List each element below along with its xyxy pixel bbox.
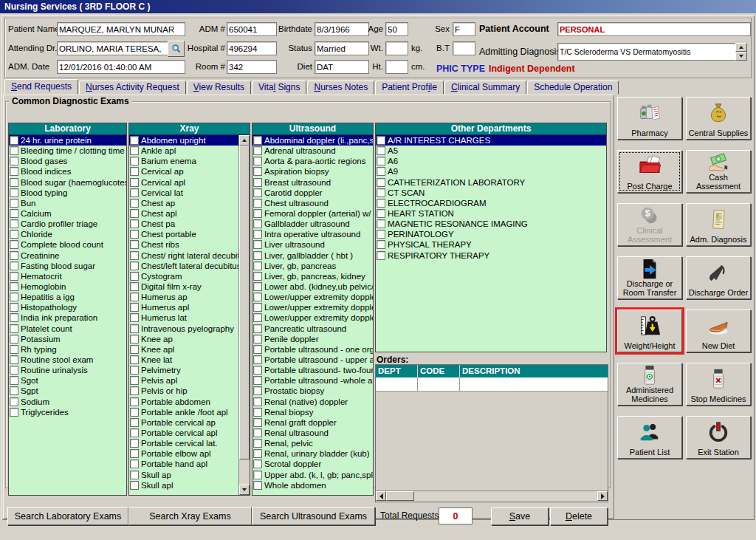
list-item[interactable]: Intravenous pyelography xyxy=(129,324,239,334)
checkbox[interactable] xyxy=(130,303,139,312)
list-item[interactable]: Penile doppler xyxy=(252,334,373,344)
checkbox[interactable] xyxy=(10,272,18,281)
list-item[interactable]: Histopathology xyxy=(9,302,126,312)
discharge-or-room-transfer-button[interactable]: Discharge or Room Transfer xyxy=(617,256,682,299)
checkbox[interactable] xyxy=(130,293,139,301)
list-item[interactable]: CT SCAN xyxy=(376,188,606,198)
checkbox[interactable] xyxy=(130,459,139,468)
list-item[interactable]: Aorta & para-aortic regions xyxy=(252,156,373,166)
spinner-up-icon[interactable] xyxy=(735,43,747,52)
tab-clinical-summary[interactable]: Clinical Summary xyxy=(444,81,526,95)
checkbox[interactable] xyxy=(130,408,139,417)
checkbox[interactable] xyxy=(130,481,139,490)
checkbox[interactable] xyxy=(10,157,18,165)
checkbox[interactable] xyxy=(253,188,262,197)
checkbox[interactable] xyxy=(377,219,385,228)
tab-send-requests[interactable]: Send Requests xyxy=(4,79,78,95)
xray-scrollbar[interactable] xyxy=(238,135,250,495)
list-item[interactable]: Barium enema xyxy=(129,156,239,166)
list-item[interactable]: Fasting blood sugar xyxy=(9,261,126,271)
checkbox[interactable] xyxy=(253,335,262,344)
checkbox[interactable] xyxy=(10,146,18,155)
scroll-down-icon[interactable] xyxy=(239,485,250,495)
checkbox[interactable] xyxy=(10,355,18,364)
checkbox[interactable] xyxy=(253,355,262,364)
list-item[interactable]: Lower/upper extremity doppler xyxy=(252,312,373,323)
list-item[interactable]: Knee lat xyxy=(129,355,239,365)
list-item[interactable]: Cardio profiler triage xyxy=(9,219,126,229)
list-item[interactable]: Cystogram xyxy=(129,271,239,281)
checkbox[interactable] xyxy=(130,188,139,197)
checkbox[interactable] xyxy=(130,449,139,458)
checkbox[interactable] xyxy=(130,251,139,260)
checkbox[interactable] xyxy=(130,219,139,228)
checkbox[interactable] xyxy=(377,230,385,239)
scroll-thumb[interactable] xyxy=(239,146,250,459)
tab-nurses-notes[interactable]: Nurses Notes xyxy=(307,81,374,95)
checkbox[interactable] xyxy=(130,230,139,239)
status-field[interactable] xyxy=(315,41,369,55)
checkbox[interactable] xyxy=(130,272,139,281)
list-item[interactable]: RESPIRATORY THERAPY xyxy=(376,250,606,261)
checkbox[interactable] xyxy=(10,313,18,322)
tab-patient-profile[interactable]: Patient Profile xyxy=(375,81,444,95)
list-item[interactable]: Renal biopsy xyxy=(252,407,373,417)
bt-field[interactable] xyxy=(453,41,475,55)
list-item[interactable]: Skull apl xyxy=(129,480,239,491)
list-item[interactable]: Liver, gallbladder ( hbt ) xyxy=(252,250,373,261)
checkbox[interactable] xyxy=(253,240,262,249)
checkbox[interactable] xyxy=(10,303,18,312)
list-item[interactable]: Renal, pelvic xyxy=(252,438,373,448)
list-item[interactable]: Chest apl xyxy=(129,208,239,219)
checkbox[interactable] xyxy=(253,397,262,406)
list-item[interactable]: Cervical lat xyxy=(129,188,239,198)
list-item[interactable]: Knee ap xyxy=(129,334,239,344)
list-item[interactable]: Portable ultrasound -whole abd xyxy=(252,375,373,386)
checkbox[interactable] xyxy=(253,272,262,281)
save-button[interactable]: Save xyxy=(491,507,549,525)
list-item[interactable]: Pelvis apl xyxy=(129,375,239,386)
checkbox[interactable] xyxy=(377,157,385,165)
checkbox[interactable] xyxy=(253,251,262,260)
list-item[interactable]: Digital film x-ray xyxy=(129,281,239,292)
list-item[interactable]: Renal, urinary bladder (kub) xyxy=(252,448,373,459)
list-item[interactable]: Hemoglobin xyxy=(9,281,126,292)
list-item[interactable]: India ink preparation xyxy=(9,312,126,323)
list-item[interactable]: Chest ultrasound xyxy=(252,198,373,208)
tab-vital-signs[interactable]: Vital Signs xyxy=(252,81,307,95)
checkbox[interactable] xyxy=(253,481,262,490)
checkbox[interactable] xyxy=(253,282,262,291)
tab-schedule-operation[interactable]: Schedule Operation xyxy=(527,81,619,95)
admitting-diagnosis-field[interactable]: T/C Scleroderma VS Dermatomyositis xyxy=(557,43,736,61)
attending-dr-field[interactable] xyxy=(57,41,169,55)
list-item[interactable]: Platelet count xyxy=(9,324,126,334)
list-item[interactable]: Renal ultrasound xyxy=(252,428,373,438)
scroll-left-icon[interactable] xyxy=(376,491,386,501)
ultrasound-list-body[interactable]: Abdominal doppler (li.,panc,spl)Adrenal … xyxy=(252,135,373,495)
list-item[interactable]: Portable ultrasound - one organ xyxy=(252,344,373,355)
stop-medicines-button[interactable]: Stop Medicines xyxy=(686,363,751,406)
list-item[interactable]: Carotid doppler xyxy=(252,188,373,198)
checkbox[interactable] xyxy=(253,386,262,395)
list-item[interactable]: PERINATOLOGY xyxy=(376,229,606,239)
checkbox[interactable] xyxy=(10,188,18,197)
checkbox[interactable] xyxy=(130,282,139,291)
checkbox[interactable] xyxy=(10,408,18,417)
checkbox[interactable] xyxy=(253,262,262,270)
list-item[interactable]: Rh typing xyxy=(9,344,126,355)
adm-diagnosis-button[interactable]: Adm. Diagnosis xyxy=(686,203,751,246)
list-item[interactable]: Portable cervical apl xyxy=(129,428,239,438)
list-item[interactable]: Bleeding time / clotting time xyxy=(9,146,126,156)
checkbox[interactable] xyxy=(130,146,139,155)
diet-field[interactable] xyxy=(315,60,369,74)
list-item[interactable]: 24 hr. urine protein xyxy=(9,135,126,146)
checkbox[interactable] xyxy=(10,136,18,145)
checkbox[interactable] xyxy=(253,324,262,333)
list-item[interactable]: Blood typing xyxy=(9,188,126,198)
list-item[interactable]: Portable abdomen xyxy=(129,397,239,407)
checkbox[interactable] xyxy=(377,178,385,187)
list-item[interactable]: Calcium xyxy=(9,208,126,219)
list-item[interactable]: Lower abd. (kidney,ub pelvic/p xyxy=(252,281,373,292)
checkbox[interactable] xyxy=(253,303,262,312)
administered-medicines-button[interactable]: Administered Medicines xyxy=(617,363,682,406)
